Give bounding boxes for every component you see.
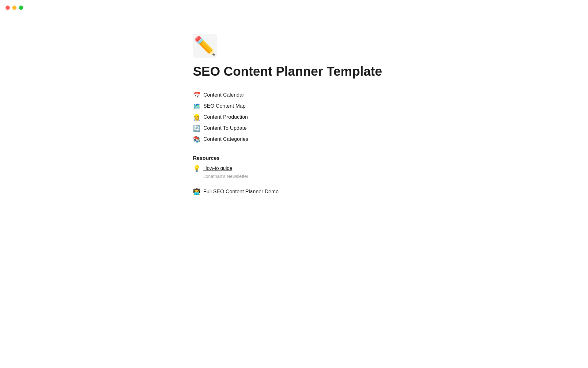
nav-item-content-production[interactable]: 👷 Content Production: [193, 112, 395, 122]
nav-item-content-calendar[interactable]: 📅 Content Calendar: [193, 90, 395, 100]
page-icon: ✏️: [193, 34, 217, 58]
demo-item[interactable]: 👨‍💻 Full SEO Content Planner Demo: [193, 187, 395, 197]
how-to-guide-link[interactable]: How-to guide: [203, 166, 232, 171]
nav-list: 📅 Content Calendar 🗺️ SEO Content Map 👷 …: [193, 90, 395, 144]
demo-label: Full SEO Content Planner Demo: [203, 189, 279, 195]
map-icon: 🗺️: [193, 102, 200, 110]
nav-item-content-categories[interactable]: 📚 Content Categories: [193, 134, 395, 144]
minimize-button[interactable]: [12, 6, 17, 10]
nav-item-content-to-update[interactable]: 🔄 Content To Update: [193, 123, 395, 133]
calendar-icon: 📅: [193, 91, 200, 99]
resource-item-how-to-guide[interactable]: 💡 How-to guide: [193, 164, 395, 173]
nav-label-seo-content-map: SEO Content Map: [203, 103, 246, 109]
nav-label-content-production: Content Production: [203, 114, 248, 120]
nav-label-content-categories: Content Categories: [203, 136, 248, 142]
traffic-lights: [6, 6, 23, 10]
production-icon: 👷: [193, 113, 200, 121]
nav-label-content-to-update: Content To Update: [203, 125, 247, 131]
update-icon: 🔄: [193, 125, 200, 132]
lightbulb-icon: 💡: [193, 165, 200, 172]
resources-heading: Resources: [193, 155, 395, 161]
page-container: ✏️ SEO Content Planner Template 📅 Conten…: [187, 34, 401, 197]
close-button[interactable]: [6, 6, 10, 10]
nav-item-seo-content-map[interactable]: 🗺️ SEO Content Map: [193, 101, 395, 111]
newsletter-sub-label: Jonathan's Newsletter: [193, 173, 395, 179]
categories-icon: 📚: [193, 136, 200, 143]
resources-section: Resources 💡 How-to guide Jonathan's News…: [193, 155, 395, 179]
nav-label-content-calendar: Content Calendar: [203, 92, 244, 98]
main-content: ✏️ SEO Content Planner Template 📅 Conten…: [0, 0, 588, 197]
demo-icon: 👨‍💻: [193, 188, 200, 195]
maximize-button[interactable]: [19, 6, 23, 10]
page-title: SEO Content Planner Template: [193, 64, 395, 79]
